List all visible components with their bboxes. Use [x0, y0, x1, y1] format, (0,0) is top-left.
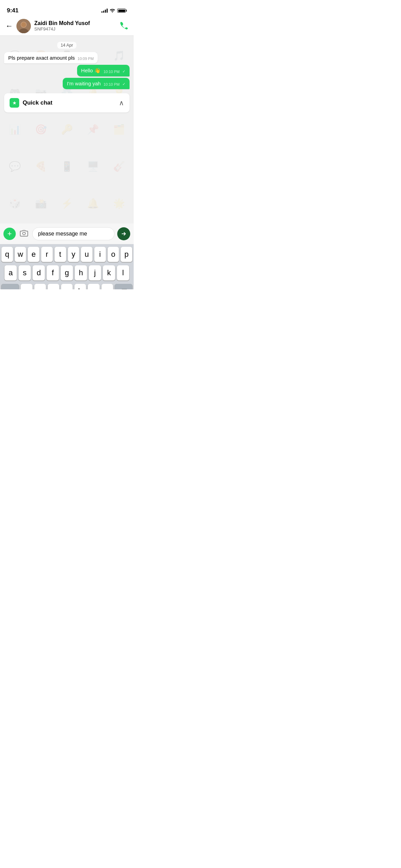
- key-e[interactable]: e: [28, 247, 39, 262]
- svg-point-4: [23, 232, 25, 235]
- key-p[interactable]: p: [121, 247, 132, 262]
- status-bar: 9:41: [0, 0, 134, 16]
- key-f[interactable]: f: [47, 265, 59, 280]
- wifi-icon: [110, 8, 115, 13]
- read-receipt: ✓: [122, 69, 125, 74]
- input-bar: +: [0, 224, 134, 244]
- back-button[interactable]: ←: [5, 22, 13, 31]
- battery-icon: [117, 9, 127, 13]
- date-badge: 14 Apr: [57, 42, 76, 48]
- key-z[interactable]: z: [21, 284, 32, 289]
- status-icons: [101, 8, 127, 13]
- message-time: 10:10 PM: [104, 70, 120, 74]
- contact-name: Zaidi Bin Mohd Yusof: [34, 20, 119, 26]
- chevron-up-icon: ∧: [119, 99, 124, 107]
- delete-key[interactable]: ⌫: [115, 284, 132, 289]
- message-incoming-1: Pls prepare axact amount pls 10:09 PM: [4, 52, 98, 63]
- camera-button[interactable]: [19, 228, 29, 239]
- call-button[interactable]: [119, 21, 128, 32]
- key-a[interactable]: a: [4, 265, 17, 280]
- key-n[interactable]: n: [88, 284, 99, 289]
- camera-icon: [20, 230, 28, 238]
- key-v[interactable]: v: [61, 284, 73, 289]
- key-k[interactable]: k: [103, 265, 115, 280]
- key-j[interactable]: j: [89, 265, 101, 280]
- message-text: Hello 👋: [81, 68, 101, 74]
- keyboard-row-3: ⇧ z x c v b n m ⌫: [1, 284, 132, 289]
- svg-point-3: [21, 22, 26, 27]
- key-c[interactable]: c: [48, 284, 59, 289]
- chat-content: 14 Apr Pls prepare axact amount pls 10:0…: [0, 36, 134, 119]
- message-input[interactable]: [32, 227, 114, 240]
- key-s[interactable]: s: [19, 265, 31, 280]
- avatar: [16, 19, 31, 33]
- key-x[interactable]: x: [34, 284, 46, 289]
- status-time: 9:41: [7, 7, 19, 14]
- key-m[interactable]: m: [101, 284, 113, 289]
- key-b[interactable]: b: [74, 284, 86, 289]
- contact-info: Zaidi Bin Mohd Yusof SNF9474J: [34, 20, 119, 32]
- message-text: I'm waiting yah: [67, 81, 101, 86]
- key-g[interactable]: g: [61, 265, 73, 280]
- key-t[interactable]: t: [54, 247, 66, 262]
- message-outgoing-1: Hello 👋 10:10 PM ✓: [77, 65, 130, 76]
- shift-key[interactable]: ⇧: [1, 284, 19, 289]
- contact-subtitle: SNF9474J: [34, 26, 119, 32]
- chat-header: ← Zaidi Bin Mohd Yusof SNF9474J: [0, 16, 134, 36]
- key-l[interactable]: l: [117, 265, 129, 280]
- message-time: 10:09 PM: [77, 57, 94, 61]
- keyboard-row-1: q w e r t y u i o p: [1, 247, 132, 262]
- quick-chat-bar[interactable]: ★ Quick chat ∧: [4, 93, 130, 112]
- key-h[interactable]: h: [75, 265, 87, 280]
- key-q[interactable]: q: [1, 247, 13, 262]
- key-o[interactable]: o: [108, 247, 119, 262]
- send-button[interactable]: [117, 227, 130, 240]
- key-r[interactable]: r: [41, 247, 53, 262]
- keyboard-row-2: a s d f g h j k l: [1, 265, 132, 280]
- quick-chat-icon: ★: [10, 98, 19, 108]
- message-outgoing-2: I'm waiting yah 10:10 PM ✓: [63, 78, 130, 89]
- key-y[interactable]: y: [68, 247, 80, 262]
- quick-chat-label: Quick chat: [23, 99, 52, 106]
- keyboard: q w e r t y u i o p a s d f g h j k l ⇧ …: [0, 244, 134, 289]
- read-receipt: ✓: [122, 82, 125, 86]
- key-u[interactable]: u: [81, 247, 93, 262]
- key-d[interactable]: d: [33, 265, 45, 280]
- message-text: Pls prepare axact amount pls: [8, 55, 75, 61]
- key-i[interactable]: i: [94, 247, 106, 262]
- add-attachment-button[interactable]: +: [3, 228, 16, 240]
- signal-icon: [101, 9, 108, 13]
- chat-area: 💬🍔📱💻🎵 🎮📷⚙️🔔💡 📊🎯🔑📌🗂️ 💬🍕📱🖥️🎸 🎲📸⚡🔔🌟 14 Apr …: [0, 36, 134, 224]
- message-time: 10:10 PM: [104, 82, 120, 86]
- key-w[interactable]: w: [15, 247, 26, 262]
